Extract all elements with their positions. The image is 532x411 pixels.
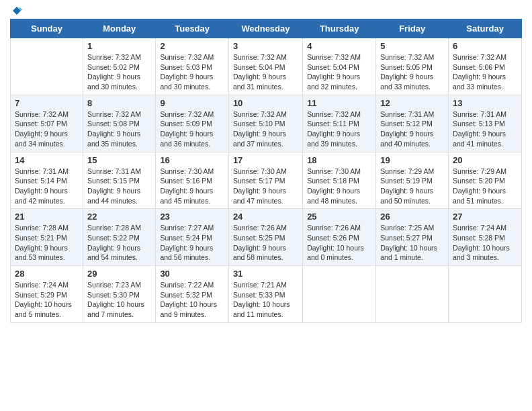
logo-icon [11,5,22,16]
calendar-cell: 7Sunrise: 7:32 AM Sunset: 5:07 PM Daylig… [11,95,83,152]
day-number: 7 [15,98,79,108]
calendar-cell: 14Sunrise: 7:31 AM Sunset: 5:14 PM Dayli… [11,152,83,209]
calendar-cell: 21Sunrise: 7:28 AM Sunset: 5:21 PM Dayli… [11,209,83,266]
day-number: 25 [307,212,371,222]
calendar-table: SundayMondayTuesdayWednesdayThursdayFrid… [10,19,522,323]
calendar-cell: 28Sunrise: 7:24 AM Sunset: 5:29 PM Dayli… [11,266,83,323]
day-info: Sunrise: 7:30 AM Sunset: 5:16 PM Dayligh… [160,167,224,206]
calendar-cell: 8Sunrise: 7:32 AM Sunset: 5:08 PM Daylig… [83,95,156,152]
day-number: 18 [307,155,371,165]
day-info: Sunrise: 7:29 AM Sunset: 5:20 PM Dayligh… [453,167,517,206]
column-header-friday: Friday [376,19,449,38]
calendar-cell: 26Sunrise: 7:25 AM Sunset: 5:27 PM Dayli… [376,209,449,266]
calendar-cell: 19Sunrise: 7:29 AM Sunset: 5:19 PM Dayli… [376,152,449,209]
day-number: 1 [87,41,151,51]
day-info: Sunrise: 7:26 AM Sunset: 5:26 PM Dayligh… [307,223,371,263]
day-number: 23 [160,212,224,222]
day-number: 22 [87,212,151,222]
calendar-cell: 5Sunrise: 7:32 AM Sunset: 5:05 PM Daylig… [376,38,449,95]
calendar-cell [303,266,376,323]
day-info: Sunrise: 7:32 AM Sunset: 5:09 PM Dayligh… [160,109,224,149]
day-info: Sunrise: 7:30 AM Sunset: 5:18 PM Dayligh… [307,167,371,206]
calendar-cell: 27Sunrise: 7:24 AM Sunset: 5:28 PM Dayli… [449,209,522,266]
column-header-tuesday: Tuesday [156,19,229,38]
calendar-cell: 10Sunrise: 7:32 AM Sunset: 5:10 PM Dayli… [228,95,302,152]
calendar-cell: 12Sunrise: 7:31 AM Sunset: 5:12 PM Dayli… [376,95,449,152]
day-number: 26 [380,212,444,222]
column-header-thursday: Thursday [303,19,376,38]
day-number: 17 [233,155,298,165]
calendar-cell: 25Sunrise: 7:26 AM Sunset: 5:26 PM Dayli… [303,209,376,266]
day-info: Sunrise: 7:32 AM Sunset: 5:11 PM Dayligh… [307,109,371,149]
calendar-cell [449,266,522,323]
day-number: 20 [453,155,517,165]
calendar-cell [376,266,449,323]
calendar-cell: 13Sunrise: 7:31 AM Sunset: 5:13 PM Dayli… [449,95,522,152]
calendar-cell: 9Sunrise: 7:32 AM Sunset: 5:09 PM Daylig… [156,95,229,152]
calendar-cell: 17Sunrise: 7:30 AM Sunset: 5:17 PM Dayli… [228,152,302,209]
calendar-week-row: 14Sunrise: 7:31 AM Sunset: 5:14 PM Dayli… [11,152,522,209]
day-info: Sunrise: 7:31 AM Sunset: 5:14 PM Dayligh… [15,167,79,206]
day-info: Sunrise: 7:24 AM Sunset: 5:29 PM Dayligh… [15,280,79,320]
day-number: 9 [160,98,224,108]
calendar-week-row: 21Sunrise: 7:28 AM Sunset: 5:21 PM Dayli… [11,209,522,266]
column-header-monday: Monday [83,19,156,38]
day-info: Sunrise: 7:32 AM Sunset: 5:08 PM Dayligh… [87,109,151,149]
logo [10,7,22,16]
day-number: 21 [15,212,79,222]
day-info: Sunrise: 7:31 AM Sunset: 5:13 PM Dayligh… [453,109,517,149]
calendar-cell: 24Sunrise: 7:26 AM Sunset: 5:25 PM Dayli… [228,209,302,266]
day-info: Sunrise: 7:28 AM Sunset: 5:22 PM Dayligh… [87,223,151,263]
calendar-cell [11,38,83,95]
calendar-cell: 29Sunrise: 7:23 AM Sunset: 5:30 PM Dayli… [83,266,156,323]
day-info: Sunrise: 7:32 AM Sunset: 5:06 PM Dayligh… [453,52,517,92]
day-number: 5 [380,41,444,51]
column-header-sunday: Sunday [11,19,83,38]
day-number: 11 [307,98,371,108]
day-number: 4 [307,41,371,51]
calendar-cell: 23Sunrise: 7:27 AM Sunset: 5:24 PM Dayli… [156,209,229,266]
column-header-saturday: Saturday [449,19,522,38]
day-number: 16 [160,155,224,165]
day-info: Sunrise: 7:32 AM Sunset: 5:04 PM Dayligh… [307,52,371,92]
day-number: 6 [453,41,517,51]
day-number: 10 [233,98,298,108]
day-number: 15 [87,155,151,165]
day-number: 8 [87,98,151,108]
calendar-cell: 18Sunrise: 7:30 AM Sunset: 5:18 PM Dayli… [303,152,376,209]
day-number: 14 [15,155,79,165]
day-number: 24 [233,212,298,222]
calendar-week-row: 7Sunrise: 7:32 AM Sunset: 5:07 PM Daylig… [11,95,522,152]
calendar-week-row: 28Sunrise: 7:24 AM Sunset: 5:29 PM Dayli… [11,266,522,323]
day-number: 3 [233,41,298,51]
day-info: Sunrise: 7:32 AM Sunset: 5:05 PM Dayligh… [380,52,444,92]
day-number: 27 [453,212,517,222]
day-info: Sunrise: 7:27 AM Sunset: 5:24 PM Dayligh… [160,223,224,263]
day-info: Sunrise: 7:21 AM Sunset: 5:33 PM Dayligh… [233,280,298,320]
calendar-cell: 1Sunrise: 7:32 AM Sunset: 5:02 PM Daylig… [83,38,156,95]
calendar-header-row: SundayMondayTuesdayWednesdayThursdayFrid… [11,19,522,38]
day-info: Sunrise: 7:31 AM Sunset: 5:12 PM Dayligh… [380,109,444,149]
day-info: Sunrise: 7:28 AM Sunset: 5:21 PM Dayligh… [15,223,79,263]
calendar-cell: 2Sunrise: 7:32 AM Sunset: 5:03 PM Daylig… [156,38,229,95]
day-number: 31 [233,269,298,279]
page-header [10,7,522,16]
day-info: Sunrise: 7:32 AM Sunset: 5:07 PM Dayligh… [15,109,79,149]
day-number: 29 [87,269,151,279]
calendar-cell: 15Sunrise: 7:31 AM Sunset: 5:15 PM Dayli… [83,152,156,209]
calendar-cell: 20Sunrise: 7:29 AM Sunset: 5:20 PM Dayli… [449,152,522,209]
calendar-cell: 3Sunrise: 7:32 AM Sunset: 5:04 PM Daylig… [228,38,302,95]
day-number: 2 [160,41,224,51]
day-info: Sunrise: 7:32 AM Sunset: 5:03 PM Dayligh… [160,52,224,92]
day-number: 12 [380,98,444,108]
day-number: 13 [453,98,517,108]
day-info: Sunrise: 7:32 AM Sunset: 5:04 PM Dayligh… [233,52,298,92]
day-info: Sunrise: 7:24 AM Sunset: 5:28 PM Dayligh… [453,223,517,263]
day-number: 28 [15,269,79,279]
day-info: Sunrise: 7:25 AM Sunset: 5:27 PM Dayligh… [380,223,444,263]
calendar-cell: 31Sunrise: 7:21 AM Sunset: 5:33 PM Dayli… [228,266,302,323]
day-info: Sunrise: 7:22 AM Sunset: 5:32 PM Dayligh… [160,280,224,320]
calendar-cell: 6Sunrise: 7:32 AM Sunset: 5:06 PM Daylig… [449,38,522,95]
calendar-cell: 4Sunrise: 7:32 AM Sunset: 5:04 PM Daylig… [303,38,376,95]
calendar-cell: 30Sunrise: 7:22 AM Sunset: 5:32 PM Dayli… [156,266,229,323]
